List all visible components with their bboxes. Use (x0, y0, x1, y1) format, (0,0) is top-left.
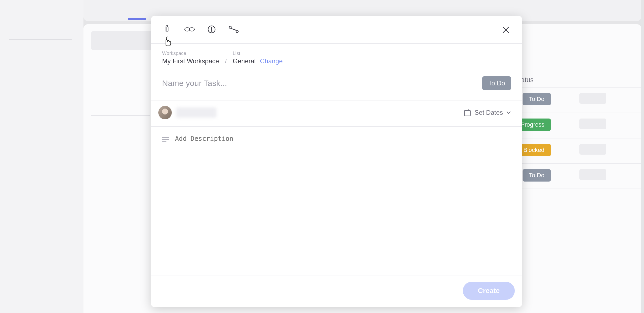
chevron-down-icon (506, 111, 511, 114)
attachment-icon[interactable] (162, 24, 173, 35)
modal-toolbar (151, 16, 522, 44)
breadcrumb-list-value: General (233, 57, 256, 65)
breadcrumb-workspace-value: My First Workspace (162, 57, 219, 65)
assign-row: Set Dates (151, 100, 522, 127)
description-row (151, 127, 522, 276)
calendar-icon (463, 109, 471, 117)
task-title-input[interactable] (162, 79, 477, 88)
close-button[interactable] (502, 26, 512, 36)
description-icon (162, 137, 169, 142)
create-task-modal: Workspace My First Workspace / List Gene… (151, 16, 522, 307)
assignee-name-redacted (176, 107, 216, 118)
dependency-icon[interactable] (228, 24, 239, 35)
set-dates-button[interactable]: Set Dates (463, 109, 511, 117)
link-icon[interactable] (184, 24, 195, 35)
breadcrumb-workspace: Workspace My First Workspace (162, 51, 219, 65)
breadcrumb: Workspace My First Workspace / List Gene… (151, 44, 522, 70)
title-row: To Do (151, 70, 522, 100)
status-pill[interactable]: To Do (482, 76, 511, 90)
modal-footer: Create (151, 276, 522, 307)
priority-icon[interactable] (206, 24, 217, 35)
set-dates-label: Set Dates (475, 109, 503, 116)
description-input[interactable] (175, 135, 511, 243)
breadcrumb-workspace-label: Workspace (162, 51, 219, 56)
assignee-avatar[interactable] (158, 106, 172, 119)
breadcrumb-change-link[interactable]: Change (260, 57, 283, 65)
svg-point-4 (211, 31, 212, 32)
breadcrumb-list: List General (233, 51, 256, 65)
create-button[interactable]: Create (463, 282, 515, 300)
svg-rect-9 (464, 110, 470, 116)
breadcrumb-list-label: List (233, 51, 256, 56)
breadcrumb-separator: / (225, 57, 227, 65)
